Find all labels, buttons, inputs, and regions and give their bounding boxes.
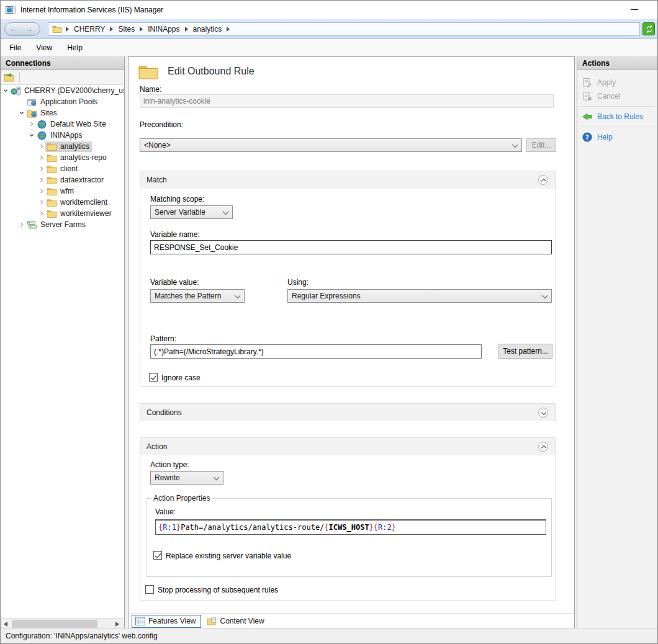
- conditions-section: Conditions: [140, 403, 556, 421]
- match-section: Match Matching scope: Server Variable Va…: [140, 171, 556, 387]
- nav-buttons: ← →: [4, 22, 40, 36]
- tree-collapsed-chevron-icon[interactable]: [18, 221, 25, 228]
- stop-processing-checkbox[interactable]: [145, 585, 154, 594]
- tree-item-content[interactable]: dataextractor: [45, 175, 106, 186]
- tree-item-workitemclient[interactable]: workitemclient: [1, 197, 124, 208]
- precondition-value: <None>: [144, 141, 171, 150]
- tree-item-ininapps[interactable]: ININApps: [1, 130, 124, 141]
- tree-collapsed-chevron-icon[interactable]: [38, 199, 45, 206]
- value-input[interactable]: {R:1}Path=/analytics/analytics-route/{IC…: [155, 519, 546, 535]
- tree-item-label: workitemviewer: [59, 209, 113, 218]
- tree-item-cherry-dev2000-cherry-use[interactable]: CHERRY (DEV2000\cherry_use: [1, 85, 124, 96]
- tree-item-workitemviewer[interactable]: workitemviewer: [1, 208, 124, 219]
- tree-item-content[interactable]: ININApps: [35, 130, 84, 141]
- action-back-to-rules[interactable]: Back to Rules: [577, 110, 657, 123]
- tree-collapsed-chevron-icon[interactable]: [38, 165, 45, 172]
- scroll-thumb[interactable]: [12, 620, 97, 628]
- tree-item-analytics[interactable]: analytics: [1, 141, 124, 152]
- forward-arrow-icon[interactable]: →: [25, 24, 33, 34]
- tree-chevron-spacer: [18, 98, 25, 105]
- tree-item-content[interactable]: wfm: [45, 186, 76, 197]
- conditions-section-header[interactable]: Conditions: [140, 404, 555, 421]
- tree-item-content[interactable]: analytics-repo: [45, 153, 109, 163]
- tree-expanded-chevron-icon[interactable]: [28, 132, 35, 139]
- tree-collapsed-chevron-icon[interactable]: [38, 154, 45, 161]
- replace-variable-checkbox[interactable]: [153, 551, 162, 560]
- tree-item-analytics-repo[interactable]: analytics-repo: [1, 152, 124, 163]
- tree-item-content[interactable]: Default Web Site: [35, 119, 109, 130]
- globe-icon: [37, 131, 47, 140]
- tree-item-content[interactable]: workitemclient: [45, 197, 110, 208]
- restart-icon[interactable]: [642, 22, 655, 35]
- variable-value-label: Variable value:: [150, 278, 199, 287]
- match-section-header[interactable]: Match: [140, 171, 555, 189]
- tree-selection[interactable]: analytics: [45, 141, 92, 152]
- tree-item-content[interactable]: Application Pools: [25, 97, 100, 107]
- collapse-chevron-icon[interactable]: [538, 175, 548, 185]
- pattern-input[interactable]: [150, 344, 482, 359]
- breadcrumb-segment-cherry[interactable]: CHERRY: [74, 25, 105, 34]
- connections-tree: CHERRY (DEV2000\cherry_useApplication Po…: [1, 85, 124, 618]
- tree-item-sites[interactable]: Sites: [1, 107, 124, 119]
- tree-expanded-chevron-icon[interactable]: [2, 87, 9, 94]
- action-label: Back to Rules: [597, 112, 643, 121]
- page-folder-icon: [138, 63, 158, 79]
- scroll-left-icon[interactable]: [4, 622, 7, 627]
- iis-manager-window: Internet Information Services (IIS) Mana…: [0, 0, 658, 644]
- tree-item-application-pools[interactable]: Application Pools: [1, 96, 124, 107]
- tab-content-view[interactable]: Content View: [203, 615, 269, 628]
- minimize-button[interactable]: —: [625, 2, 644, 17]
- tree-collapsed-chevron-icon[interactable]: [38, 176, 45, 184]
- tree-expanded-chevron-icon[interactable]: [18, 109, 25, 117]
- tree-item-default-web-site[interactable]: Default Web Site: [1, 119, 124, 130]
- tree-item-content[interactable]: CHERRY (DEV2000\cherry_use: [9, 86, 124, 96]
- collapse-chevron-icon[interactable]: [538, 442, 548, 452]
- variable-name-input[interactable]: [150, 240, 552, 254]
- action-type-select[interactable]: Rewrite: [150, 471, 223, 485]
- action-help[interactable]: ?Help: [577, 131, 657, 143]
- tree-collapsed-chevron-icon[interactable]: [38, 187, 45, 195]
- actions-header: Actions: [577, 56, 657, 70]
- save-connection-icon[interactable]: [4, 73, 14, 82]
- address-bar: ← → CHERRYSitesININAppsanalytics: [1, 19, 657, 39]
- tree-item-dataextractor[interactable]: dataextractor: [1, 174, 124, 186]
- action-section-header[interactable]: Action: [140, 438, 555, 455]
- name-input: [140, 94, 554, 108]
- page-title: Edit Outbound Rule: [168, 66, 255, 77]
- tree-item-label: dataextractor: [59, 176, 105, 184]
- menu-view[interactable]: View: [29, 39, 60, 56]
- breadcrumb[interactable]: CHERRYSitesININAppsanalytics: [48, 22, 640, 36]
- menu-help[interactable]: Help: [60, 39, 90, 56]
- scroll-right-icon[interactable]: [115, 622, 119, 627]
- tree-collapsed-chevron-icon[interactable]: [38, 143, 45, 150]
- breadcrumb-segment-analytics[interactable]: analytics: [193, 25, 222, 34]
- tree-collapsed-chevron-icon[interactable]: [38, 210, 45, 217]
- tree-item-server-farms[interactable]: Server Farms: [1, 219, 124, 230]
- tree-item-content[interactable]: Server Farms: [25, 220, 88, 230]
- test-pattern-button[interactable]: Test pattern...: [498, 344, 552, 359]
- tab-features-view[interactable]: Features View: [132, 615, 201, 628]
- using-select[interactable]: Regular Expressions: [287, 289, 552, 303]
- expand-chevron-icon[interactable]: [538, 408, 548, 418]
- ignore-case-label: Ignore case: [161, 373, 201, 382]
- tree-item-content[interactable]: workitemviewer: [45, 208, 114, 219]
- tree-item-content[interactable]: client: [45, 164, 80, 174]
- breadcrumb-arrow-icon: [140, 27, 143, 32]
- value-token: {: [324, 523, 328, 532]
- precondition-select[interactable]: <None>: [140, 138, 522, 152]
- view-tabstrip: Features View Content View: [128, 613, 574, 628]
- ignore-case-checkbox[interactable]: [149, 373, 158, 382]
- breadcrumb-segment-ininapps[interactable]: ININApps: [148, 25, 179, 34]
- tree-collapsed-chevron-icon[interactable]: [28, 120, 35, 128]
- breadcrumb-segment-sites[interactable]: Sites: [118, 25, 135, 34]
- variable-value-select[interactable]: Matches the Pattern: [150, 289, 245, 303]
- matching-scope-select[interactable]: Server Variable: [150, 205, 233, 219]
- tree-item-client[interactable]: client: [1, 163, 124, 174]
- back-arrow-icon[interactable]: ←: [9, 24, 17, 34]
- toolbar-separator: [19, 72, 20, 83]
- tree-item-wfm[interactable]: wfm: [1, 186, 124, 197]
- folder-icon: [47, 142, 57, 151]
- menu-file[interactable]: File: [1, 39, 29, 56]
- tree-item-content[interactable]: Sites: [25, 108, 60, 119]
- name-label: Name:: [140, 85, 161, 94]
